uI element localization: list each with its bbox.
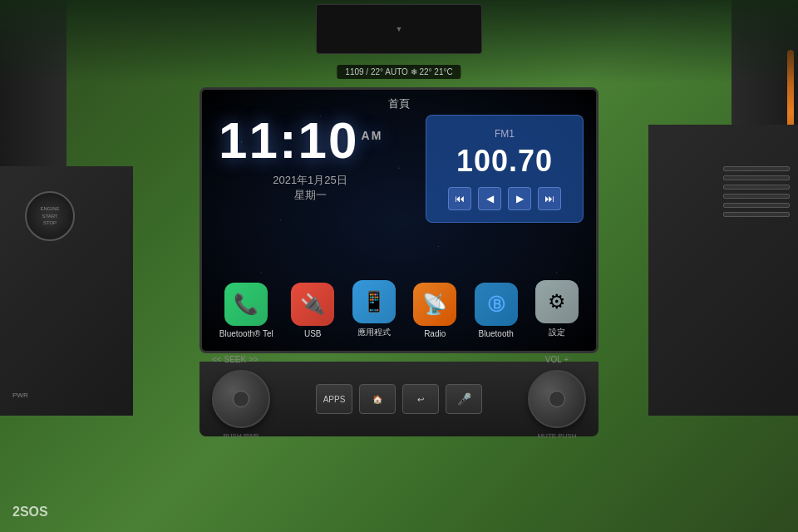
usb-icon: 🔌 bbox=[291, 283, 334, 326]
radio-prev-prev-button[interactable]: ⏮ bbox=[448, 187, 471, 210]
control-panel: << SEEK >> PUSH PWR APPS 🏠 ↩ 🎤 VOL + MUT… bbox=[200, 362, 598, 436]
bluetooth-tel-label: Bluetooth® Tel bbox=[219, 329, 273, 338]
radio-icon: 📡 bbox=[413, 283, 456, 326]
radio-next-next-button[interactable]: ⏭ bbox=[538, 187, 561, 210]
vent-slat bbox=[723, 175, 790, 180]
usb-label: USB bbox=[304, 329, 322, 338]
start-stop-label: ENGINESTARTSTOP bbox=[40, 205, 59, 226]
radio-label: Radio bbox=[424, 329, 446, 338]
seek-knob[interactable] bbox=[212, 370, 270, 428]
settings-label: 設定 bbox=[549, 327, 565, 338]
app-icons-row: 📞 Bluetooth® Tel 🔌 USB 📱 應用程式 📡 Radio Ⓑ bbox=[210, 280, 588, 338]
watermark: 2SOS bbox=[12, 505, 48, 520]
time-ampm: AM bbox=[362, 129, 383, 142]
vol-label: VOL + bbox=[545, 355, 569, 364]
bluetooth-icon: Ⓑ bbox=[475, 283, 518, 326]
vent-slat bbox=[723, 185, 790, 190]
watermark-text: 2SOS bbox=[12, 505, 48, 519]
radio-display[interactable]: FM1 100.70 ⏮ ◀ ▶ ⏭ bbox=[426, 115, 584, 223]
vent-slat bbox=[723, 203, 790, 208]
radio-frequency: 100.70 bbox=[456, 144, 553, 179]
settings-icon: ⚙ bbox=[535, 280, 579, 323]
app-icon-bluetooth-tel[interactable]: 📞 Bluetooth® Tel bbox=[219, 283, 273, 338]
bluetooth-tel-icon: 📞 bbox=[224, 283, 268, 326]
home-button[interactable]: 🏠 bbox=[359, 384, 396, 414]
rearview-reflection: ▼ bbox=[396, 25, 403, 33]
air-vents bbox=[723, 166, 790, 221]
rearview-mirror: ▼ bbox=[316, 4, 482, 54]
date-line2: 星期一 bbox=[219, 188, 401, 203]
pwr-push-label: PUSH PWR bbox=[223, 432, 259, 440]
apps-label: 應用程式 bbox=[357, 327, 391, 338]
center-infotainment-unit: 首頁 11:10AM 2021年1月25日 星期一 FM1 100.70 ⏮ ◀… bbox=[183, 58, 615, 474]
radio-band: FM1 bbox=[495, 128, 515, 140]
infotainment-screen[interactable]: 首頁 11:10AM 2021年1月25日 星期一 FM1 100.70 ⏮ ◀… bbox=[200, 87, 598, 353]
seek-label: << SEEK >> bbox=[212, 355, 259, 364]
mute-push-label: MUTE PUSH bbox=[537, 432, 576, 440]
date-display: 2021年1月25日 星期一 bbox=[219, 173, 401, 203]
vent-slat bbox=[723, 212, 790, 217]
bluetooth-label: Bluetooth bbox=[479, 329, 514, 338]
knob-center bbox=[233, 391, 249, 407]
app-icon-settings[interactable]: ⚙ 設定 bbox=[535, 280, 579, 338]
radio-prev-button[interactable]: ◀ bbox=[478, 187, 501, 210]
apps-button[interactable]: APPS bbox=[316, 384, 352, 414]
left-dashboard: ENGINESTARTSTOP PWR bbox=[0, 166, 133, 416]
home-page-label: 首頁 bbox=[388, 96, 410, 111]
back-button[interactable]: ↩ bbox=[402, 384, 439, 414]
app-icon-apps[interactable]: 📱 應用程式 bbox=[352, 280, 396, 338]
vent-slat bbox=[723, 166, 790, 171]
engine-start-stop-button[interactable]: ENGINESTARTSTOP bbox=[25, 191, 75, 241]
voice-button[interactable]: 🎤 bbox=[446, 384, 482, 414]
volume-knob[interactable] bbox=[528, 370, 586, 428]
radio-next-button[interactable]: ▶ bbox=[508, 187, 531, 210]
apps-icon: 📱 bbox=[352, 280, 396, 323]
screen-content: 首頁 11:10AM 2021年1月25日 星期一 FM1 100.70 ⏮ ◀… bbox=[202, 90, 596, 351]
pwr-label: PWR bbox=[12, 392, 28, 399]
time-display: 11:10AM 2021年1月25日 星期一 bbox=[219, 115, 401, 203]
app-icon-usb[interactable]: 🔌 USB bbox=[291, 283, 334, 338]
vol-knob-center bbox=[549, 391, 565, 407]
vent-slat bbox=[723, 194, 790, 199]
seek-knob-container: << SEEK >> PUSH PWR bbox=[212, 370, 270, 428]
date-line1: 2021年1月25日 bbox=[219, 173, 401, 188]
app-icon-radio[interactable]: 📡 Radio bbox=[413, 283, 456, 338]
radio-controls: ⏮ ◀ ▶ ⏭ bbox=[448, 187, 561, 210]
climate-bar: 1109 / 22° AUTO ❄ 22° 21°C bbox=[337, 65, 461, 79]
volume-knob-container: VOL + MUTE PUSH bbox=[528, 370, 586, 428]
clock-time: 11:10AM bbox=[219, 115, 401, 166]
function-buttons: APPS 🏠 ↩ 🎤 bbox=[316, 384, 482, 414]
right-dashboard bbox=[648, 125, 798, 416]
app-icon-bluetooth[interactable]: Ⓑ Bluetooth bbox=[475, 283, 518, 338]
